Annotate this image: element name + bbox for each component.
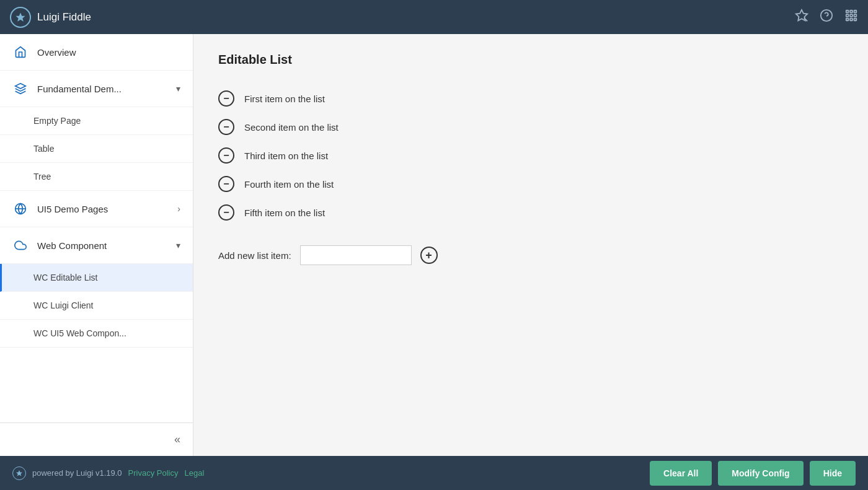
- footer-powered-text: powered by Luigi v1.19.0: [32, 468, 122, 478]
- svg-rect-7: [854, 11, 857, 13]
- logo-area: Luigi Fiddle: [10, 7, 795, 28]
- chevron-down-icon: ▾: [176, 84, 180, 94]
- remove-item-button[interactable]: −: [218, 176, 234, 192]
- svg-rect-9: [850, 14, 852, 17]
- svg-rect-6: [850, 11, 852, 13]
- sidebar-wc-editable-list-label: WC Editable List: [33, 273, 97, 282]
- sidebar-item-wc-luigi-client[interactable]: WC Luigi Client: [0, 292, 193, 320]
- app-logo-icon: [10, 7, 31, 28]
- content-area: Editable List −First item on the list−Se…: [193, 34, 868, 456]
- sidebar-item-tree[interactable]: Tree: [0, 163, 193, 191]
- footer-privacy-link[interactable]: Privacy Policy: [128, 468, 179, 478]
- svg-rect-12: [850, 19, 852, 21]
- globe-icon: [12, 201, 29, 217]
- sidebar: Overview Fundamental Dem... ▾ Empty Page…: [0, 34, 193, 456]
- sidebar-item-fundamental-demo[interactable]: Fundamental Dem... ▾: [0, 71, 193, 107]
- hide-button[interactable]: Hide: [810, 461, 856, 486]
- sidebar-item-empty-page[interactable]: Empty Page: [0, 107, 193, 135]
- list-item-text: Fifth item on the list: [244, 208, 325, 218]
- page-title: Editable List: [218, 53, 843, 67]
- svg-rect-11: [846, 19, 849, 21]
- sidebar-fundamental-label: Fundamental Dem...: [37, 84, 176, 94]
- sidebar-item-table[interactable]: Table: [0, 135, 193, 163]
- app-title: Luigi Fiddle: [37, 11, 91, 24]
- list-item-text: Second item on the list: [244, 122, 339, 133]
- sidebar-empty-page-label: Empty Page: [33, 116, 81, 126]
- remove-item-button[interactable]: −: [218, 90, 234, 107]
- svg-rect-10: [854, 14, 857, 17]
- list-item: −First item on the list: [218, 84, 843, 113]
- modify-config-button[interactable]: Modify Config: [718, 461, 803, 486]
- remove-item-button[interactable]: −: [218, 119, 234, 135]
- svg-marker-0: [16, 12, 25, 21]
- chevron-right-icon: ›: [177, 204, 180, 214]
- sidebar-wc-luigi-client-label: WC Luigi Client: [33, 300, 93, 310]
- header-actions: [795, 9, 858, 25]
- list-item-text: First item on the list: [244, 94, 325, 104]
- remove-item-button[interactable]: −: [218, 147, 234, 164]
- main-layout: Overview Fundamental Dem... ▾ Empty Page…: [0, 34, 868, 456]
- cloud-icon: [12, 237, 29, 253]
- list-item: −Second item on the list: [218, 113, 843, 141]
- svg-rect-13: [854, 19, 857, 21]
- remove-item-button[interactable]: −: [218, 204, 234, 221]
- sidebar-overview-label: Overview: [37, 47, 180, 58]
- sidebar-item-overview[interactable]: Overview: [0, 34, 193, 71]
- add-item-button[interactable]: +: [420, 247, 438, 264]
- clear-all-button[interactable]: Clear All: [650, 461, 712, 486]
- list-item: −Fourth item on the list: [218, 170, 843, 198]
- sidebar-table-label: Table: [33, 144, 54, 154]
- svg-rect-5: [846, 11, 849, 13]
- sidebar-item-wc-editable-list[interactable]: WC Editable List: [0, 264, 193, 292]
- footer-actions: Clear All Modify Config Hide: [650, 461, 856, 486]
- sidebar-wc-ui5-label: WC UI5 Web Compon...: [33, 328, 126, 338]
- sidebar-tree-label: Tree: [33, 172, 51, 182]
- chevron-down-icon-2: ▾: [176, 240, 180, 250]
- sidebar-collapse-button[interactable]: «: [0, 422, 193, 456]
- grid-icon[interactable]: [844, 9, 858, 25]
- bookmark-star-icon[interactable]: [795, 9, 808, 25]
- add-item-row: Add new list item: +: [218, 245, 843, 265]
- sidebar-item-ui5-demo[interactable]: UI5 Demo Pages ›: [0, 191, 193, 227]
- collapse-icon: «: [174, 433, 180, 446]
- footer-legal-link[interactable]: Legal: [184, 468, 204, 478]
- svg-rect-8: [846, 14, 849, 17]
- sidebar-item-web-component[interactable]: Web Component ▾: [0, 227, 193, 264]
- help-icon[interactable]: [820, 9, 833, 25]
- footer: powered by Luigi v1.19.0 Privacy Policy …: [0, 456, 868, 490]
- top-header: Luigi Fiddle: [0, 0, 868, 34]
- editable-list: −First item on the list−Second item on t…: [218, 84, 843, 227]
- footer-left: powered by Luigi v1.19.0 Privacy Policy …: [12, 466, 650, 480]
- list-item-text: Fourth item on the list: [244, 179, 334, 190]
- footer-logo-icon: [12, 466, 26, 480]
- add-item-label: Add new list item:: [218, 250, 291, 261]
- house-icon: [12, 44, 29, 60]
- add-item-input[interactable]: [300, 245, 412, 265]
- list-item: −Third item on the list: [218, 141, 843, 170]
- list-item-text: Third item on the list: [244, 151, 328, 161]
- layers-icon: [12, 81, 29, 97]
- sidebar-web-component-label: Web Component: [37, 240, 176, 251]
- list-item: −Fifth item on the list: [218, 198, 843, 227]
- sidebar-ui5-label: UI5 Demo Pages: [37, 204, 177, 214]
- sidebar-item-wc-ui5-webcompon[interactable]: WC UI5 Web Compon...: [0, 320, 193, 348]
- svg-marker-14: [16, 84, 26, 89]
- svg-marker-17: [16, 470, 22, 476]
